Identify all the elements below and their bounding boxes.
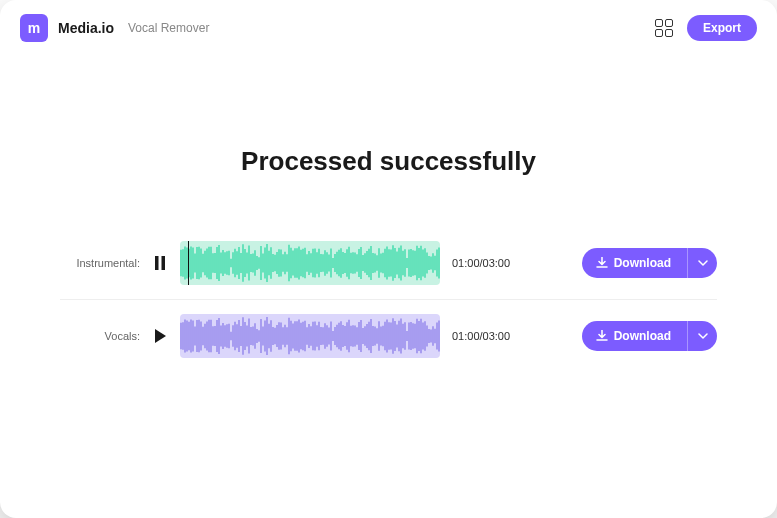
download-options-button[interactable] — [687, 321, 717, 351]
export-button[interactable]: Export — [687, 15, 757, 41]
svg-rect-1 — [162, 256, 166, 270]
breadcrumb: Vocal Remover — [128, 21, 209, 35]
time-display: 01:00/03:00 — [452, 257, 510, 269]
header-actions: Export — [655, 15, 757, 41]
pause-icon — [154, 256, 166, 270]
header: m Media.io Vocal Remover Export — [0, 0, 777, 56]
track-label: Vocals: — [60, 330, 140, 342]
pause-button[interactable] — [152, 256, 168, 270]
brand-logo: m — [20, 14, 48, 42]
page-title: Processed successfully — [60, 146, 717, 177]
download-label: Download — [614, 256, 671, 270]
play-button[interactable] — [152, 329, 168, 343]
time-display: 01:00/03:00 — [452, 330, 510, 342]
download-button[interactable]: Download — [582, 248, 687, 278]
app-window: m Media.io Vocal Remover Export Processe… — [0, 0, 777, 518]
download-group: Download — [582, 248, 717, 278]
download-icon — [596, 330, 608, 342]
playhead[interactable] — [188, 241, 189, 285]
waveform-instrumental[interactable] — [180, 241, 440, 285]
download-button[interactable]: Download — [582, 321, 687, 351]
apps-grid-icon[interactable] — [655, 19, 673, 37]
chevron-down-icon — [698, 260, 708, 266]
download-options-button[interactable] — [687, 248, 717, 278]
download-icon — [596, 257, 608, 269]
track-row-instrumental: Instrumental: 01:00/03:00 Download — [60, 227, 717, 299]
brand-name: Media.io — [58, 20, 114, 36]
track-label: Instrumental: — [60, 257, 140, 269]
main-content: Processed successfully Instrumental: 01:… — [0, 56, 777, 372]
chevron-down-icon — [698, 333, 708, 339]
download-label: Download — [614, 329, 671, 343]
track-row-vocals: Vocals: 01:00/03:00 Download — [60, 300, 717, 372]
svg-rect-0 — [155, 256, 159, 270]
waveform-vocals[interactable] — [180, 314, 440, 358]
play-icon — [154, 329, 166, 343]
download-group: Download — [582, 321, 717, 351]
